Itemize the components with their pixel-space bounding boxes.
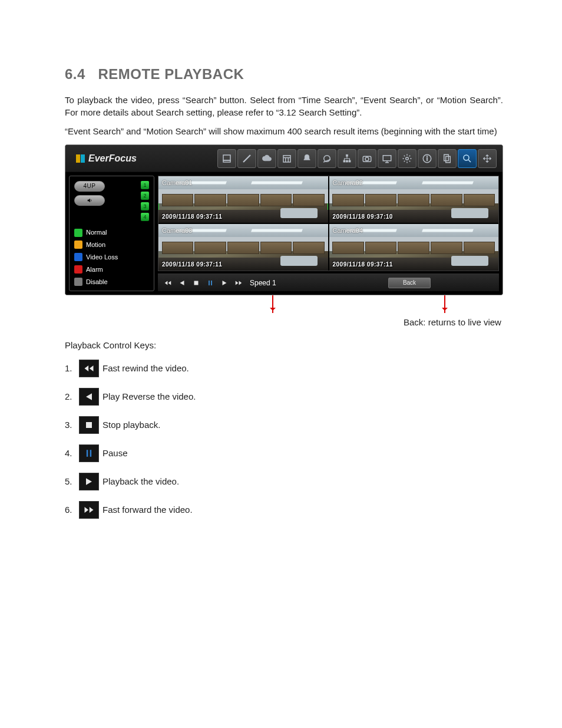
toolbar-monitor-icon[interactable] bbox=[378, 149, 396, 168]
legend-swatch-alarm bbox=[74, 265, 82, 274]
svg-point-14 bbox=[406, 157, 409, 160]
cam-indicator-3[interactable]: 3 bbox=[141, 202, 149, 210]
play-icon bbox=[79, 473, 99, 490]
list-item: 2. Play Reverse the video. bbox=[65, 388, 503, 406]
legend-swatch-videoloss bbox=[74, 253, 82, 261]
key-num-4: 4. bbox=[65, 447, 75, 459]
svg-rect-2 bbox=[283, 155, 290, 162]
camera-tile-3[interactable]: Camera03 2009/11/18 09:37:11 bbox=[158, 224, 328, 271]
titlebar: EverFocus bbox=[65, 145, 503, 172]
legend-swatch-motion bbox=[74, 241, 82, 249]
svg-rect-23 bbox=[211, 281, 212, 285]
toolbar-storage-icon[interactable] bbox=[217, 149, 236, 168]
playbar: Speed 1 Back bbox=[158, 274, 499, 291]
svg-rect-10 bbox=[349, 160, 351, 162]
key-text-5: Playback the video. bbox=[103, 476, 179, 487]
key-num-3: 3. bbox=[65, 419, 75, 431]
player-screenshot: EverFocus 4UP bbox=[65, 144, 503, 295]
list-item: 3. Stop playback. bbox=[65, 416, 503, 434]
keys-title: Playback Control Keys: bbox=[65, 340, 503, 351]
key-text-1: Fast rewind the video. bbox=[103, 363, 189, 374]
camera-3-timestamp: 2009/11/18 09:37:11 bbox=[162, 261, 222, 269]
legend-swatch-normal bbox=[74, 229, 82, 237]
play-reverse-icon bbox=[79, 388, 99, 406]
pause-button[interactable] bbox=[204, 276, 217, 289]
cam-indicator-1[interactable]: 1 bbox=[141, 181, 149, 189]
callout-arrows bbox=[65, 295, 503, 319]
fast-forward-button[interactable] bbox=[232, 276, 245, 289]
camera-tile-1[interactable]: Camera01 2009/11/18 09:37:11 bbox=[158, 176, 328, 223]
svg-rect-1 bbox=[223, 160, 230, 162]
svg-point-20 bbox=[464, 155, 469, 160]
logo-icon bbox=[76, 154, 85, 163]
audio-button[interactable] bbox=[74, 195, 105, 206]
toolbar-move-icon[interactable] bbox=[478, 149, 497, 168]
back-button[interactable]: Back bbox=[388, 278, 431, 288]
toolbar bbox=[217, 149, 497, 168]
toolbar-gear-icon[interactable] bbox=[398, 149, 416, 168]
camera-tile-2[interactable]: Camera02 2009/11/18 09:37:10 bbox=[329, 176, 499, 223]
play-button[interactable] bbox=[218, 276, 231, 289]
toolbar-bell-icon[interactable] bbox=[297, 149, 316, 168]
section-heading: 6.4 REMOTE PLAYBACK bbox=[65, 65, 503, 84]
cam-indicator-2[interactable]: 2 bbox=[141, 192, 149, 200]
key-num-1: 1. bbox=[65, 363, 75, 374]
brand-text: EverFocus bbox=[88, 152, 137, 165]
playback-key-list: 1. Fast rewind the video. 2. Play Revers… bbox=[65, 360, 503, 519]
camera-2-timestamp: 2009/11/18 09:37:10 bbox=[333, 213, 393, 221]
status-legend: Normal Motion Video Loss Alarm Disable bbox=[74, 221, 149, 286]
svg-rect-26 bbox=[90, 450, 92, 457]
svg-rect-25 bbox=[87, 450, 88, 457]
arrow-to-controls bbox=[272, 295, 273, 313]
svg-rect-16 bbox=[427, 157, 428, 160]
arrow-to-back bbox=[444, 295, 445, 313]
play-reverse-button[interactable] bbox=[176, 276, 189, 289]
legend-videoloss: Video Loss bbox=[86, 253, 118, 262]
toolbar-copy-icon[interactable] bbox=[438, 149, 457, 168]
sidebar: 4UP 1 2 3 4 Normal Motion Video Loss Ala… bbox=[69, 176, 154, 291]
intro-paragraph-2: “Event Search” and “Motion Search” will … bbox=[65, 126, 503, 137]
svg-rect-13 bbox=[383, 155, 391, 160]
list-item: 5. Playback the video. bbox=[65, 473, 503, 490]
camera-1-label: Camera01 bbox=[162, 179, 192, 187]
fast-rewind-icon bbox=[79, 360, 99, 377]
key-num-2: 2. bbox=[65, 391, 75, 403]
toolbar-info-icon[interactable] bbox=[418, 149, 437, 168]
section-number: 6.4 bbox=[65, 66, 85, 82]
toolbar-search-icon[interactable] bbox=[458, 149, 477, 168]
toolbar-slash-icon[interactable] bbox=[237, 149, 256, 168]
stop-button[interactable] bbox=[190, 276, 203, 289]
fast-rewind-button[interactable] bbox=[161, 276, 174, 289]
key-num-6: 6. bbox=[65, 504, 75, 516]
fast-forward-icon bbox=[79, 501, 99, 519]
list-item: 4. Pause bbox=[65, 444, 503, 462]
legend-alarm: Alarm bbox=[86, 265, 103, 274]
toolbar-tree-icon[interactable] bbox=[338, 149, 356, 168]
svg-rect-9 bbox=[346, 160, 348, 162]
toolbar-cloud-icon[interactable] bbox=[257, 149, 276, 168]
camera-4-timestamp: 2009/11/18 09:37:11 bbox=[333, 261, 393, 269]
svg-rect-24 bbox=[86, 422, 92, 428]
legend-disable: Disable bbox=[86, 278, 108, 286]
svg-rect-17 bbox=[427, 156, 428, 157]
toolbar-camera-icon[interactable] bbox=[358, 149, 376, 168]
camera-1-timestamp: 2009/11/18 09:37:11 bbox=[162, 213, 222, 221]
video-grid: Camera01 2009/11/18 09:37:11 Camera02 20… bbox=[158, 176, 499, 271]
svg-rect-0 bbox=[223, 155, 230, 160]
svg-rect-7 bbox=[346, 154, 348, 156]
svg-rect-22 bbox=[209, 281, 210, 285]
svg-rect-21 bbox=[194, 281, 199, 285]
speed-label: Speed 1 bbox=[250, 278, 276, 288]
four-up-button[interactable]: 4UP bbox=[74, 181, 105, 192]
camera-3-label: Camera03 bbox=[162, 226, 192, 235]
camera-tile-4[interactable]: Camera04 2009/11/18 09:37:11 bbox=[329, 224, 499, 271]
list-item: 6. Fast forward the video. bbox=[65, 501, 503, 519]
key-num-5: 5. bbox=[65, 476, 75, 487]
cam-indicator-4[interactable]: 4 bbox=[141, 213, 149, 221]
svg-rect-8 bbox=[343, 160, 345, 162]
key-text-3: Stop playback. bbox=[103, 419, 160, 431]
toolbar-circle-slash-icon[interactable] bbox=[318, 149, 336, 168]
intro-paragraph-1: To playback the video, press “Search” bu… bbox=[65, 94, 503, 118]
toolbar-calendar-icon[interactable] bbox=[277, 149, 296, 168]
key-text-4: Pause bbox=[103, 447, 128, 459]
